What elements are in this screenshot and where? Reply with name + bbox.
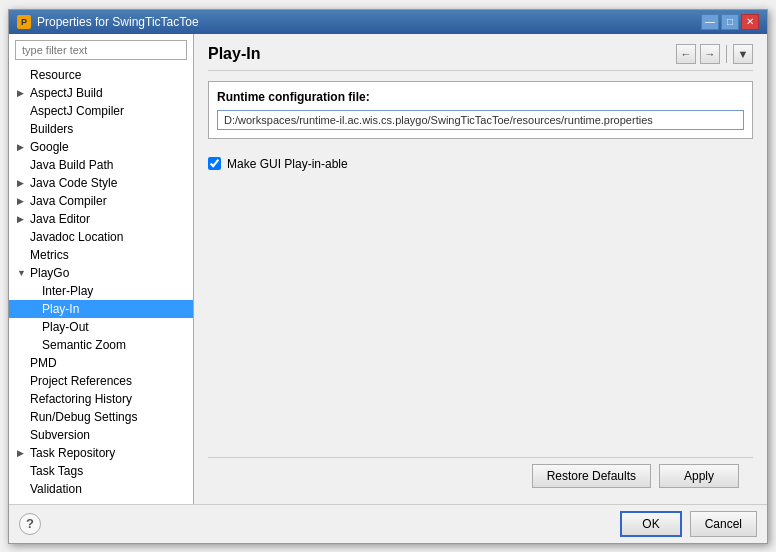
back-button[interactable]: ← <box>676 44 696 64</box>
arrow-java-editor: ▶ <box>17 214 27 224</box>
label-project-references: Project References <box>30 374 132 388</box>
arrow-google: ▶ <box>17 142 27 152</box>
arrow-resource <box>17 70 27 80</box>
help-button[interactable]: ? <box>19 513 41 535</box>
arrow-validation <box>17 484 27 494</box>
config-value: D:/workspaces/runtime-il.ac.wis.cs.playg… <box>217 110 744 130</box>
tree-item-java-build-path[interactable]: Java Build Path <box>9 156 193 174</box>
minimize-button[interactable]: — <box>701 14 719 30</box>
arrow-pmd <box>17 358 27 368</box>
arrow-java-build-path <box>17 160 27 170</box>
label-semantic-zoom: Semantic Zoom <box>42 338 126 352</box>
arrow-task-repository: ▶ <box>17 448 27 458</box>
left-panel: Resource ▶ AspectJ Build AspectJ Compile… <box>9 34 194 504</box>
arrow-project-references <box>17 376 27 386</box>
restore-defaults-button[interactable]: Restore Defaults <box>532 464 651 488</box>
tree-item-semantic-zoom[interactable]: Semantic Zoom <box>9 336 193 354</box>
arrow-subversion <box>17 430 27 440</box>
footer-right: OK Cancel <box>620 511 757 537</box>
window-title: Properties for SwingTicTacToe <box>37 15 199 29</box>
arrow-java-compiler: ▶ <box>17 196 27 206</box>
label-google: Google <box>30 140 69 154</box>
tree-item-metrics[interactable]: Metrics <box>9 246 193 264</box>
tree-item-builders[interactable]: Builders <box>9 120 193 138</box>
label-java-editor: Java Editor <box>30 212 90 226</box>
tree-item-java-editor[interactable]: ▶ Java Editor <box>9 210 193 228</box>
arrow-javadoc-location <box>17 232 27 242</box>
label-aspectj-compiler: AspectJ Compiler <box>30 104 124 118</box>
label-subversion: Subversion <box>30 428 90 442</box>
label-refactoring-history: Refactoring History <box>30 392 132 406</box>
label-play-in: Play-In <box>42 302 79 316</box>
arrow-semantic-zoom <box>29 340 39 350</box>
label-inter-play: Inter-Play <box>42 284 93 298</box>
label-java-compiler: Java Compiler <box>30 194 107 208</box>
label-play-out: Play-Out <box>42 320 89 334</box>
main-area: Resource ▶ AspectJ Build AspectJ Compile… <box>9 34 767 504</box>
apply-button[interactable]: Apply <box>659 464 739 488</box>
cancel-button[interactable]: Cancel <box>690 511 757 537</box>
label-pmd: PMD <box>30 356 57 370</box>
tree-item-resource[interactable]: Resource <box>9 66 193 84</box>
dropdown-button[interactable]: ▼ <box>733 44 753 64</box>
arrow-inter-play <box>29 286 39 296</box>
label-task-tags: Task Tags <box>30 464 83 478</box>
tree-item-java-compiler[interactable]: ▶ Java Compiler <box>9 192 193 210</box>
arrow-builders <box>17 124 27 134</box>
arrow-java-code-style: ▶ <box>17 178 27 188</box>
panel-title: Play-In <box>208 45 260 63</box>
tree-item-playgo[interactable]: ▼ PlayGo <box>9 264 193 282</box>
arrow-aspectj-build: ▶ <box>17 88 27 98</box>
arrow-run-debug-settings <box>17 412 27 422</box>
play-in-checkbox[interactable] <box>208 157 221 170</box>
label-builders: Builders <box>30 122 73 136</box>
tree-item-project-references[interactable]: Project References <box>9 372 193 390</box>
window-icon: P <box>17 15 31 29</box>
tree-item-task-repository[interactable]: ▶ Task Repository <box>9 444 193 462</box>
dialog-footer: ? OK Cancel <box>9 504 767 543</box>
arrow-refactoring-history <box>17 394 27 404</box>
tree-item-play-out[interactable]: Play-Out <box>9 318 193 336</box>
arrow-metrics <box>17 250 27 260</box>
label-resource: Resource <box>30 68 81 82</box>
tree-item-javadoc-location[interactable]: Javadoc Location <box>9 228 193 246</box>
label-validation: Validation <box>30 482 82 496</box>
label-java-code-style: Java Code Style <box>30 176 117 190</box>
arrow-task-tags <box>17 466 27 476</box>
titlebar-buttons: — □ ✕ <box>701 14 759 30</box>
label-metrics: Metrics <box>30 248 69 262</box>
tree-item-java-code-style[interactable]: ▶ Java Code Style <box>9 174 193 192</box>
label-javadoc-location: Javadoc Location <box>30 230 123 244</box>
tree-item-aspectj-build[interactable]: ▶ AspectJ Build <box>9 84 193 102</box>
help-icon: ? <box>26 516 34 531</box>
checkbox-row: Make GUI Play-in-able <box>208 157 753 171</box>
tree-item-subversion[interactable]: Subversion <box>9 426 193 444</box>
tree-item-aspectj-compiler[interactable]: AspectJ Compiler <box>9 102 193 120</box>
tree-item-run-debug-settings[interactable]: Run/Debug Settings <box>9 408 193 426</box>
label-task-repository: Task Repository <box>30 446 115 460</box>
spacer <box>208 171 753 457</box>
filter-input[interactable] <box>15 40 187 60</box>
label-java-build-path: Java Build Path <box>30 158 113 172</box>
panel-toolbar: ← → ▼ <box>676 44 753 64</box>
tree-item-inter-play[interactable]: Inter-Play <box>9 282 193 300</box>
label-playgo: PlayGo <box>30 266 69 280</box>
arrow-play-out <box>29 322 39 332</box>
arrow-playgo: ▼ <box>17 268 27 278</box>
forward-button[interactable]: → <box>700 44 720 64</box>
tree-item-refactoring-history[interactable]: Refactoring History <box>9 390 193 408</box>
tree-area: Resource ▶ AspectJ Build AspectJ Compile… <box>9 66 193 504</box>
tree-item-task-tags[interactable]: Task Tags <box>9 462 193 480</box>
tree-item-validation[interactable]: Validation <box>9 480 193 498</box>
ok-button[interactable]: OK <box>620 511 681 537</box>
bottom-buttons: Restore Defaults Apply <box>208 457 753 494</box>
config-box: Runtime configuration file: D:/workspace… <box>208 81 753 139</box>
tree-item-play-in[interactable]: Play-In <box>9 300 193 318</box>
checkbox-label[interactable]: Make GUI Play-in-able <box>227 157 348 171</box>
tree-item-pmd[interactable]: PMD <box>9 354 193 372</box>
maximize-button[interactable]: □ <box>721 14 739 30</box>
tree-item-google[interactable]: ▶ Google <box>9 138 193 156</box>
label-run-debug-settings: Run/Debug Settings <box>30 410 137 424</box>
close-button[interactable]: ✕ <box>741 14 759 30</box>
titlebar: P Properties for SwingTicTacToe — □ ✕ <box>9 10 767 34</box>
